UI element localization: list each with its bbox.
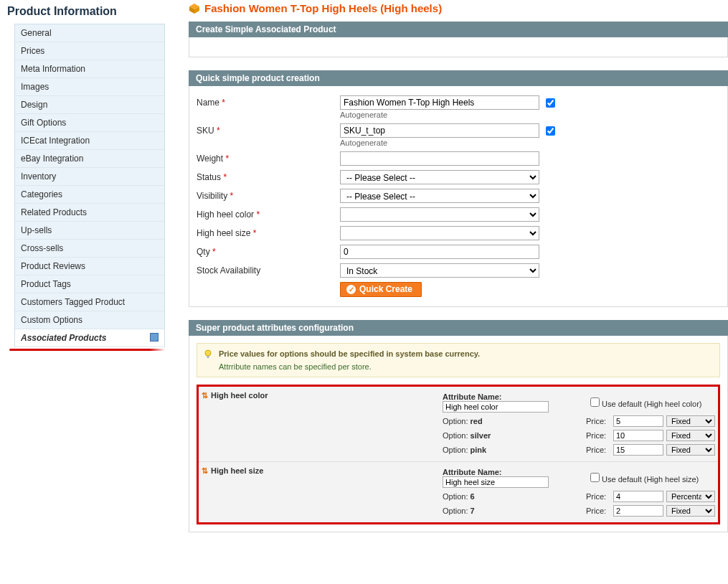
panel-super-body: Price values for options should be speci…	[189, 336, 728, 532]
sidebar-item[interactable]: Customers Tagged Product	[15, 293, 164, 311]
panel-quick-header: Quick simple product creation	[189, 70, 728, 86]
option-name: Option: pink	[443, 446, 586, 454]
sidebar-item[interactable]: Images	[15, 78, 164, 96]
price-label: Price:	[586, 507, 613, 515]
active-underline	[9, 349, 165, 351]
sidebar-list: GeneralPricesMeta InformationImagesDesig…	[14, 24, 165, 347]
product-cube-icon	[189, 3, 200, 14]
option-name: Option: 6	[443, 492, 586, 501]
sidebar-item[interactable]: Categories	[15, 186, 164, 204]
price-type-select[interactable]: FixedPercentage	[666, 491, 715, 502]
use-default-wrap: Use default (High heel color)	[590, 397, 701, 408]
sku-autogen-checkbox[interactable]	[546, 126, 555, 136]
panel-create-header: Create Simple Associated Product	[189, 22, 728, 37]
price-label: Price:	[586, 431, 613, 440]
status-label: Status *	[197, 170, 340, 182]
price-input[interactable]	[613, 444, 663, 456]
sidebar-title: Product Information	[4, 4, 169, 24]
qty-input[interactable]	[340, 245, 539, 259]
sidebar-item[interactable]: Related Products	[15, 204, 164, 222]
sidebar-item[interactable]: Product Reviews	[15, 258, 164, 275]
high-heel-size-select[interactable]	[340, 226, 539, 240]
qty-label: Qty *	[197, 245, 340, 257]
attr-options-cell: Attribute Name: Use default (High heel c…	[440, 387, 718, 462]
price-input[interactable]	[613, 505, 663, 517]
price-input[interactable]	[613, 430, 663, 441]
sidebar-item[interactable]: Custom Options	[15, 311, 164, 329]
sidebar-item[interactable]: Cross-sells	[15, 240, 164, 258]
attr-name-input[interactable]	[443, 401, 549, 413]
sidebar-item[interactable]: Associated Products	[15, 329, 164, 347]
high-heel-size-label: High heel size *	[197, 226, 340, 238]
price-type-select[interactable]: FixedPercentage	[666, 505, 715, 517]
price-type-select[interactable]: FixedPercentage	[666, 415, 715, 427]
use-default-wrap: Use default (High heel size)	[590, 473, 699, 484]
weight-label: Weight *	[197, 151, 340, 164]
option-name: Option: 7	[443, 507, 586, 515]
attr-title-cell: ⇅High heel size	[199, 462, 440, 523]
lightbulb-icon	[203, 349, 213, 359]
sku-input[interactable]	[340, 123, 539, 138]
high-heel-color-select[interactable]	[340, 207, 539, 222]
stock-label: Stock Availability	[197, 263, 340, 275]
price-label: Price:	[586, 417, 613, 425]
attr-name-input[interactable]	[443, 476, 549, 488]
note-line1: Price values for options should be speci…	[219, 349, 712, 358]
status-select[interactable]: -- Please Select --	[340, 170, 539, 184]
sidebar-item[interactable]: eBay Integration	[15, 150, 164, 168]
use-default-checkbox[interactable]	[590, 473, 600, 482]
price-input[interactable]	[613, 491, 663, 502]
name-input[interactable]	[340, 95, 539, 110]
option-row: Option: pinkPrice:FixedPercentage	[443, 443, 715, 457]
panel-super-attributes: Super product attributes configuration P…	[189, 320, 728, 532]
check-icon: ✓	[346, 285, 356, 294]
panel-quick-create: Quick simple product creation Name * Aut…	[189, 70, 728, 307]
panel-create-simple: Create Simple Associated Product	[189, 22, 728, 57]
panel-super-header: Super product attributes configuration	[189, 320, 728, 336]
attr-title-cell: ⇅High heel color	[199, 387, 440, 462]
option-name: Option: silver	[443, 431, 586, 440]
sku-autogen-hint: Autogenerate	[340, 138, 555, 147]
sidebar-item[interactable]: ICEcat Integration	[15, 132, 164, 150]
visibility-label: Visibility *	[197, 189, 340, 201]
page-title-row: Fashion Women T-Top High Heels (High hee…	[189, 0, 728, 22]
visibility-select[interactable]: -- Please Select --	[340, 189, 539, 203]
sidebar-item[interactable]: Inventory	[15, 168, 164, 186]
attr-table: ⇅High heel colorAttribute Name: Use defa…	[199, 387, 718, 522]
svg-point-3	[205, 350, 211, 356]
attr-name-label: Attribute Name:	[443, 468, 586, 488]
stock-select[interactable]: In Stock	[340, 263, 539, 278]
weight-input[interactable]	[340, 151, 539, 166]
option-name: Option: red	[443, 417, 586, 425]
panel-create-body	[189, 37, 728, 57]
main: Fashion Women T-Top High Heels (High hee…	[169, 0, 728, 545]
price-input[interactable]	[613, 415, 663, 427]
sidebar-item[interactable]: Product Tags	[15, 275, 164, 293]
svg-rect-4	[207, 356, 209, 358]
sidebar-item[interactable]: Design	[15, 96, 164, 114]
option-row: Option: 7Price:FixedPercentage	[443, 504, 715, 518]
attr-highlight-box: ⇅High heel colorAttribute Name: Use defa…	[197, 385, 720, 524]
price-label: Price:	[586, 492, 613, 501]
sidebar-item[interactable]: General	[15, 24, 164, 42]
quick-create-button[interactable]: ✓ Quick Create	[340, 282, 422, 297]
option-row: Option: 6Price:FixedPercentage	[443, 489, 715, 504]
sidebar-item[interactable]: Up-sells	[15, 222, 164, 240]
sidebar-item[interactable]: Meta Information	[15, 60, 164, 78]
option-row: Option: silverPrice:FixedPercentage	[443, 428, 715, 443]
price-type-select[interactable]: FixedPercentage	[666, 444, 715, 456]
sidebar-item[interactable]: Gift Options	[15, 114, 164, 132]
price-type-select[interactable]: FixedPercentage	[666, 430, 715, 441]
high-heel-color-label: High heel color *	[197, 207, 340, 220]
use-default-checkbox[interactable]	[590, 397, 600, 407]
sku-label: SKU *	[197, 123, 340, 136]
panel-quick-body: Name * Autogenerate SKU * Autogenerate	[189, 86, 728, 307]
note-box: Price values for options should be speci…	[197, 343, 720, 377]
sidebar-item[interactable]: Prices	[15, 42, 164, 60]
drag-handle-icon[interactable]: ⇅	[202, 391, 208, 400]
price-label: Price:	[586, 446, 613, 454]
option-row: Option: redPrice:FixedPercentage	[443, 414, 715, 428]
name-autogen-checkbox[interactable]	[546, 98, 555, 108]
quick-create-button-label: Quick Create	[359, 284, 412, 294]
drag-handle-icon[interactable]: ⇅	[202, 466, 208, 475]
